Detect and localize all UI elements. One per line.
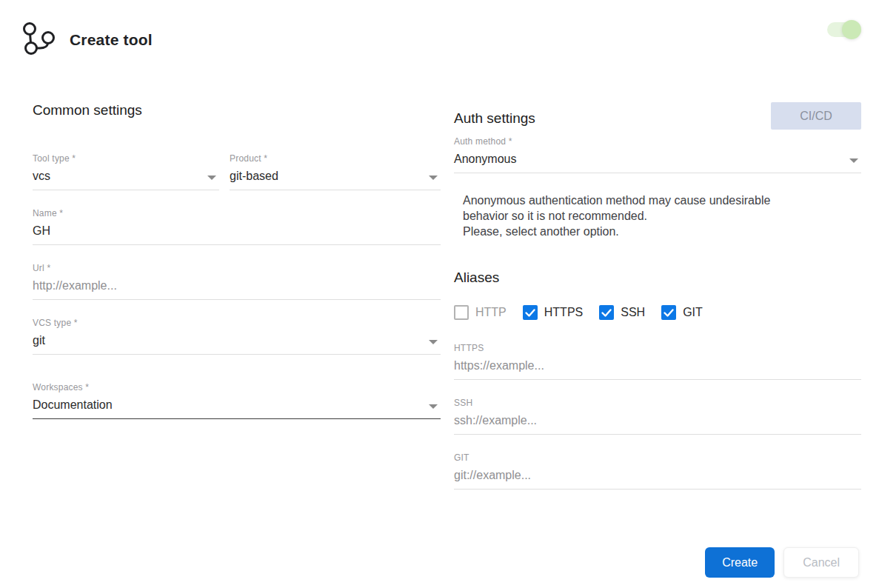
name-input[interactable] <box>33 218 441 245</box>
workspaces-select[interactable]: Workspaces * Documentation <box>33 382 441 419</box>
auth-settings-section: Auth settings CI/CD Auth method * Anonym… <box>454 102 861 490</box>
git-branch-icon <box>21 19 58 61</box>
tool-type-value: vcs <box>33 164 219 190</box>
chevron-down-icon <box>429 404 438 409</box>
auth-warning-line1: Anonymous authentication method may caus… <box>463 193 811 224</box>
dialog-header: Create tool <box>0 0 879 61</box>
ssh-alias-label: SSH <box>454 398 861 408</box>
https-alias-input[interactable] <box>454 353 861 380</box>
chevron-down-icon <box>849 158 858 163</box>
product-label: Product * <box>230 153 441 164</box>
checkbox-checked-icon <box>661 305 676 320</box>
create-button[interactable]: Create <box>705 547 775 578</box>
aliases-heading: Aliases <box>454 270 861 286</box>
checkbox-unchecked-icon <box>454 305 469 320</box>
auth-method-value: Anonymous <box>454 147 861 173</box>
alias-checkbox-http[interactable]: HTTP <box>454 305 507 320</box>
vcs-type-select[interactable]: VCS type * git <box>33 318 441 355</box>
ssh-alias-field-wrap: SSH <box>454 398 861 435</box>
common-settings-section: Common settings Tool type * vcs Product … <box>33 102 441 490</box>
cicd-button[interactable]: CI/CD <box>771 102 861 130</box>
chevron-down-icon <box>207 176 216 180</box>
tool-type-label: Tool type * <box>33 153 219 164</box>
alias-checkbox-git-label: GIT <box>683 306 703 319</box>
url-field-wrap: Url * <box>33 263 441 300</box>
git-alias-input[interactable] <box>454 463 861 490</box>
form-body: Common settings Tool type * vcs Product … <box>0 61 879 490</box>
vcs-type-label: VCS type * <box>33 318 441 328</box>
url-input[interactable] <box>33 273 441 300</box>
alias-checkbox-http-label: HTTP <box>475 306 507 319</box>
alias-checkbox-ssh[interactable]: SSH <box>599 305 645 320</box>
tool-type-select[interactable]: Tool type * vcs <box>33 153 219 190</box>
product-value: git-based <box>230 164 441 190</box>
header-toggle-switch[interactable] <box>827 20 861 39</box>
chevron-down-icon <box>429 176 438 180</box>
name-label: Name * <box>33 208 441 218</box>
checkbox-checked-icon <box>599 305 614 320</box>
auth-warning-line2: Please, select another option. <box>463 224 811 239</box>
workspaces-label: Workspaces * <box>33 382 441 392</box>
alias-checkbox-git[interactable]: GIT <box>661 305 703 320</box>
ssh-alias-input[interactable] <box>454 408 861 435</box>
https-alias-label: HTTPS <box>454 343 861 353</box>
git-alias-field-wrap: GIT <box>454 452 861 490</box>
product-select[interactable]: Product * git-based <box>230 153 441 190</box>
auth-warning-text: Anonymous authentication method may caus… <box>454 193 811 239</box>
cancel-button[interactable]: Cancel <box>783 547 859 578</box>
alias-checkbox-row: HTTP HTTPS SSH GIT <box>454 305 861 320</box>
auth-settings-heading: Auth settings <box>454 102 535 127</box>
page-title: Create tool <box>70 31 153 49</box>
name-field-wrap: Name * <box>33 208 441 245</box>
chevron-down-icon <box>429 340 438 344</box>
https-alias-field-wrap: HTTPS <box>454 343 861 380</box>
toggle-knob <box>842 20 861 39</box>
git-alias-label: GIT <box>454 452 861 463</box>
alias-checkbox-https[interactable]: HTTPS <box>523 305 583 320</box>
workspaces-value: Documentation <box>33 392 441 419</box>
vcs-type-value: git <box>33 328 441 355</box>
alias-checkbox-ssh-label: SSH <box>621 306 645 319</box>
url-label: Url * <box>33 263 441 273</box>
checkbox-checked-icon <box>523 305 538 320</box>
alias-checkbox-https-label: HTTPS <box>544 306 583 319</box>
auth-method-select[interactable]: Auth method * Anonymous <box>454 136 861 173</box>
auth-method-label: Auth method * <box>454 136 861 147</box>
dialog-actions: Create Cancel <box>705 547 859 578</box>
common-settings-heading: Common settings <box>33 102 441 118</box>
